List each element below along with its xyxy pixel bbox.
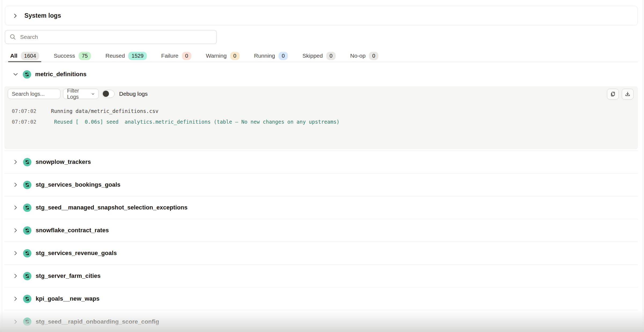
status-tabs: All 1604 Success 75 Reused 1529 Failure … <box>5 50 638 62</box>
left-edge-divider <box>2 0 2 332</box>
debug-logs-label: Debug logs <box>119 89 148 99</box>
section-header-metric-definitions[interactable]: metric_definitions <box>5 68 638 80</box>
tab-failure[interactable]: Failure 0 <box>161 50 191 62</box>
tab-count-badge: 75 <box>79 52 91 60</box>
seed-sync-icon <box>23 158 31 166</box>
chevron-right-icon <box>12 273 19 279</box>
tab-warning[interactable]: Warning 0 <box>206 50 240 62</box>
log-timestamp: 07:07:02 <box>12 119 39 125</box>
tab-label: Failure <box>161 53 178 59</box>
tab-label: Success <box>54 53 75 59</box>
log-group-label: stg_services_revenue_goals <box>36 250 117 257</box>
seed-sync-icon <box>23 318 31 326</box>
log-message: Reused [ 0.06s] seed analytics.metric_de… <box>51 119 339 125</box>
chevron-right-icon <box>12 296 19 302</box>
log-group-row-stg_services_revenue_goals[interactable]: stg_services_revenue_goals <box>4 242 638 265</box>
tab-skipped[interactable]: Skipped 0 <box>302 50 336 62</box>
seed-sync-icon <box>23 181 31 189</box>
search-input[interactable] <box>20 34 217 40</box>
log-group-label: stg_server_farm_cities <box>36 272 101 279</box>
toggle-knob <box>103 91 109 97</box>
seed-sync-icon <box>23 226 31 235</box>
seed-sync-icon <box>23 70 31 79</box>
copy-icon <box>610 91 616 97</box>
chevron-right-icon <box>12 319 19 325</box>
system-logs-header[interactable]: System logs <box>5 6 638 25</box>
search-icon <box>9 34 16 40</box>
app-root: System logs All 1604 Success 75 Reused 1… <box>0 0 644 332</box>
tab-all[interactable]: All 1604 <box>10 50 39 62</box>
chevron-right-icon <box>12 204 19 211</box>
chevron-right-icon <box>12 13 19 19</box>
tab-count-badge: 1604 <box>21 52 39 60</box>
active-tab-indicator <box>8 61 41 62</box>
filter-logs-dropdown[interactable]: Filter Logs <box>63 89 99 99</box>
log-timestamp: 07:07:02 <box>12 108 39 114</box>
seed-sync-icon <box>23 249 31 257</box>
log-console: Filter Logs Debug logs <box>4 86 638 149</box>
tab-label: Running <box>254 53 275 59</box>
right-edge-divider <box>643 0 643 332</box>
global-search-box <box>5 30 217 44</box>
log-group-list: snowplow_trackers stg_services_bookings_… <box>4 150 638 332</box>
tab-count-badge: 0 <box>182 52 191 60</box>
log-group-row-snowflake_contract_rates[interactable]: snowflake_contract_rates <box>4 219 638 242</box>
log-toolbar: Filter Logs Debug logs <box>4 89 638 99</box>
filter-logs-label: Filter Logs <box>67 88 91 100</box>
section-title: metric_definitions <box>35 71 86 78</box>
log-search-input[interactable] <box>8 89 60 99</box>
log-group-label: stg_seed__managed_snapshot_selection_exc… <box>36 204 188 211</box>
debug-logs-toggle[interactable] <box>102 90 115 98</box>
system-logs-title: System logs <box>24 12 61 19</box>
log-group-label: snowplow_trackers <box>36 158 91 165</box>
download-logs-button[interactable] <box>622 89 634 99</box>
seed-sync-icon <box>23 272 31 280</box>
download-icon <box>625 91 631 97</box>
chevron-right-icon <box>12 250 19 256</box>
tab-no-op[interactable]: No-op 0 <box>350 50 378 62</box>
tab-label: Skipped <box>302 53 323 59</box>
copy-logs-button[interactable] <box>607 89 619 99</box>
log-group-row-stg_services_bookings_goals[interactable]: stg_services_bookings_goals <box>4 174 638 196</box>
chevron-down-icon <box>12 71 19 78</box>
tab-running[interactable]: Running 0 <box>254 50 288 62</box>
tab-label: No-op <box>350 53 365 59</box>
tab-label: Reused <box>105 53 125 59</box>
chevron-right-icon <box>12 159 19 165</box>
log-message: Running data/metric_definitions.csv <box>51 108 158 114</box>
tab-label: All <box>10 53 17 59</box>
log-group-row-stg_seed__rapid_onboarding_score_config[interactable]: stg_seed__rapid_onboarding_score_config <box>4 310 638 332</box>
log-group-label: stg_services_bookings_goals <box>36 181 120 188</box>
tab-count-badge: 0 <box>326 52 336 60</box>
log-output: 07:07:02 Running data/metric_definitions… <box>12 106 632 127</box>
tab-count-badge: 1529 <box>128 52 147 60</box>
chevron-down-icon <box>91 92 95 96</box>
seed-sync-icon <box>23 204 31 212</box>
log-group-row-kpi_goals__new_waps[interactable]: kpi_goals__new_waps <box>4 287 638 310</box>
log-line: 07:07:02 Running data/metric_definitions… <box>12 106 632 116</box>
seed-sync-icon <box>23 295 31 303</box>
tab-success[interactable]: Success 75 <box>54 50 91 62</box>
log-group-row-stg_server_farm_cities[interactable]: stg_server_farm_cities <box>4 265 638 287</box>
log-group-row-stg_seed__managed_snapshot_selection_exceptions[interactable]: stg_seed__managed_snapshot_selection_exc… <box>4 196 638 219</box>
log-group-row-snowplow_trackers[interactable]: snowplow_trackers <box>4 151 638 174</box>
tab-count-badge: 0 <box>369 52 378 60</box>
log-group-label: stg_seed__rapid_onboarding_score_config <box>36 318 159 325</box>
log-group-label: snowflake_contract_rates <box>36 227 109 234</box>
chevron-right-icon <box>12 182 19 188</box>
tab-label: Warning <box>206 53 226 59</box>
log-group-label: kpi_goals__new_waps <box>36 295 100 302</box>
tab-reused[interactable]: Reused 1529 <box>105 50 147 62</box>
tab-count-badge: 0 <box>279 52 288 60</box>
tab-count-badge: 0 <box>230 52 240 60</box>
chevron-right-icon <box>12 227 19 234</box>
log-line: 07:07:02 Reused [ 0.06s] seed analytics.… <box>12 116 632 127</box>
